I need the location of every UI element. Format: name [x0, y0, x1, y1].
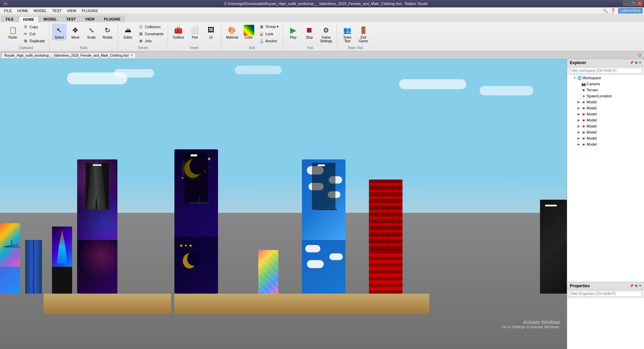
clothing-item-5	[302, 159, 345, 294]
viewport-tab[interactable]: Royale_High_outfit_workshop_-_Valentines…	[1, 53, 136, 58]
edit-small: ⊞ Group ▾ 🔒 Lock ⚓ Anchor	[258, 23, 280, 44]
model6-toggle[interactable]: ▶	[577, 130, 581, 134]
help-icon: ❓	[610, 8, 615, 13]
tree-item-model-1[interactable]: ▶ ■ Model	[567, 99, 644, 105]
constraints-button[interactable]: ⊞ Constraints	[137, 31, 165, 37]
lock-button[interactable]: 🔒 Lock	[258, 31, 280, 37]
test-group: ▶ Play ⏹ Stop ⚙ Game Settings Test	[283, 23, 337, 51]
stop-button[interactable]: ⏹ Stop	[302, 23, 317, 41]
join-button[interactable]: ⊕ Join	[137, 38, 165, 44]
model1-icon: ■	[581, 100, 586, 104]
hanger-4	[189, 196, 211, 206]
toolbox-icon: 🧰	[173, 25, 184, 36]
part-button[interactable]: ⬜ Part	[187, 23, 202, 41]
select-button[interactable]: ↖ Select	[52, 23, 67, 41]
app-icon: 🎮	[3, 1, 8, 6]
toolbox-button[interactable]: 🧰 Toolbox	[171, 23, 186, 41]
explorer-close-button[interactable]: ✕	[639, 61, 641, 65]
material-button[interactable]: 🎨 Material	[224, 23, 240, 41]
properties-search-input[interactable]	[569, 291, 642, 297]
properties-expand-button[interactable]: ⧉	[635, 284, 637, 288]
anchor-button[interactable]: ⚓ Anchor	[258, 38, 280, 44]
clothing-item-jeans	[25, 240, 42, 294]
terrain-small: ⬡ Collisions ⊞ Constraints ⊕ Join	[137, 23, 165, 44]
color-button[interactable]: Color	[241, 23, 256, 41]
maximize-viewport-button[interactable]: ⬡	[637, 53, 643, 57]
cloud-4	[480, 86, 533, 95]
spawn-icon: ■	[581, 94, 586, 98]
minimize-button[interactable]: —	[623, 1, 629, 6]
rotate-button[interactable]: ↻ Rotate	[100, 23, 115, 41]
tab-test[interactable]: TEST	[62, 16, 80, 22]
team-test-button[interactable]: 👥 Team Test	[340, 23, 355, 44]
model3-toggle[interactable]: ▶	[577, 112, 581, 116]
ui-button[interactable]: 🖼 UI	[204, 23, 218, 41]
model8-toggle[interactable]: ▶	[577, 142, 581, 146]
model4-toggle[interactable]: ▶	[577, 118, 581, 122]
properties-close-button[interactable]: ✕	[639, 284, 641, 288]
editor-button[interactable]: ⛰ Editor	[121, 23, 136, 41]
3d-viewport[interactable]: ★ ✦ ✦ ★ ✦ ★	[0, 59, 567, 349]
model2-toggle[interactable]: ▶	[577, 106, 581, 110]
explorer-expand-button[interactable]: ⧉	[635, 61, 637, 65]
model1-toggle[interactable]: ▶	[577, 100, 581, 104]
tree-item-model-4[interactable]: ▶ ■ Model	[567, 117, 644, 123]
tree-item-model-6[interactable]: ▶ ■ Model	[567, 129, 644, 135]
ribbon-tabs: FILE HOME MODEL TEST VIEW PLUGINS	[0, 14, 644, 22]
tree-item-spawnlocation[interactable]: ■ SpawnLocation	[567, 93, 644, 99]
tab-view[interactable]: VIEW	[81, 16, 99, 22]
part-icon: ⬜	[190, 25, 200, 36]
menu-test[interactable]: TEST	[49, 8, 64, 13]
terrain-buttons: ⛰ Editor ⬡ Collisions ⊞ Constraints ⊕ Jo…	[121, 23, 165, 45]
explorer-pin-button[interactable]: 📌	[630, 61, 634, 65]
menu-file[interactable]: FILE	[1, 8, 14, 13]
tree-item-terrain[interactable]: ■ Terrain	[567, 87, 644, 93]
tree-item-model-2[interactable]: ▶ ■ Model	[567, 105, 644, 111]
display-shelf-right	[174, 294, 302, 314]
move-icon: ✥	[70, 25, 81, 36]
explorer-search-input[interactable]	[569, 68, 642, 73]
duplicate-button[interactable]: ⧉ Duplicate	[21, 38, 46, 44]
group-button[interactable]: ⊞ Group ▾	[258, 23, 280, 30]
exit-game-button[interactable]: 🚪 Exit Game	[356, 23, 371, 44]
tab-home[interactable]: HOME	[19, 16, 39, 22]
properties-controls: 📌 ⧉ ✕	[630, 284, 641, 288]
tab-plugins[interactable]: PLUGINS	[100, 16, 125, 22]
game-settings-button[interactable]: ⚙ Game Settings	[318, 23, 334, 44]
play-button[interactable]: ▶ Play	[286, 23, 301, 41]
tree-item-model-5[interactable]: ▶ ■ Model	[567, 123, 644, 129]
color-icon	[244, 25, 254, 36]
cut-button[interactable]: ✂ Cut	[21, 31, 46, 37]
tab-model[interactable]: MODEL	[39, 16, 61, 22]
move-button[interactable]: ✥ Move	[68, 23, 83, 41]
tree-item-camera[interactable]: 📷 Camera	[567, 81, 644, 87]
model5-toggle[interactable]: ▶	[577, 124, 581, 128]
menu-home[interactable]: HOME	[14, 8, 31, 13]
team-test-buttons: 👥 Team Test 🚪 Exit Game	[340, 23, 371, 45]
properties-pin-button[interactable]: 📌	[630, 284, 634, 288]
close-button[interactable]: ✕	[637, 1, 643, 6]
display-shelf-far-right	[302, 294, 429, 314]
model2-icon: ■	[581, 106, 586, 110]
paste-button[interactable]: 📋 Paste	[5, 23, 20, 41]
copy-button[interactable]: ⎘ Copy	[21, 23, 46, 30]
tools-group: ↖ Select ✥ Move ⤡ Scale ↻ Rotate Tools	[49, 23, 118, 51]
main-content: Royale_High_outfit_workshop_-_Valentines…	[0, 52, 644, 349]
close-tab-button[interactable]: ✕	[130, 54, 133, 57]
scale-button[interactable]: ⤡ Scale	[84, 23, 99, 41]
workspace-icon: 🌐	[577, 76, 582, 80]
tree-item-model-8[interactable]: ▶ ■ Model	[567, 141, 644, 147]
menu-model[interactable]: MODEL	[31, 8, 49, 13]
maximize-button[interactable]: ❐	[630, 1, 636, 6]
collisions-button[interactable]: ⬡ Collisions	[137, 23, 165, 30]
tab-file[interactable]: FILE	[1, 16, 18, 22]
tree-item-model-3[interactable]: ▶ ■ Model	[567, 111, 644, 117]
workspace-toggle[interactable]: ▾	[573, 76, 577, 80]
test-buttons: ▶ Play ⏹ Stop ⚙ Game Settings	[286, 23, 334, 45]
tree-item-workspace[interactable]: ▾ 🌐 Workspace	[567, 75, 644, 81]
menu-view[interactable]: VIEW	[64, 8, 79, 13]
model7-toggle[interactable]: ▶	[577, 136, 581, 140]
menu-plugins[interactable]: PLUGINS	[79, 8, 101, 13]
select-icon: ↖	[54, 25, 65, 36]
tree-item-model-7[interactable]: ▶ ■ Model	[567, 135, 644, 141]
